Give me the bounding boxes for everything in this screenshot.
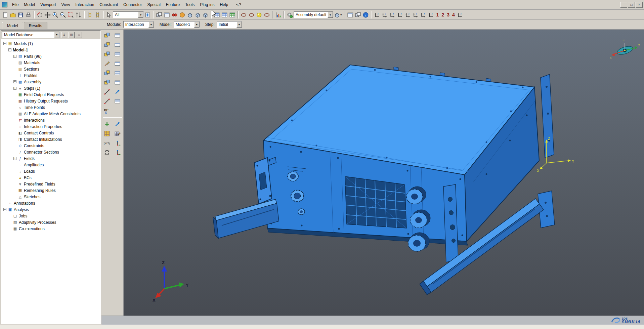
menu-special[interactable]: Special (144, 1, 163, 8)
selection-add-icon[interactable] (144, 11, 152, 19)
create-viewport-icon[interactable] (346, 11, 354, 19)
history-output-table-icon[interactable] (221, 11, 228, 19)
create-wire-feature-tool[interactable] (102, 88, 112, 96)
magnify-icon[interactable] (51, 11, 59, 19)
module-combo[interactable]: Interaction ▾ (123, 21, 154, 28)
connector-section-manager-tool[interactable] (113, 78, 122, 86)
menu-connector[interactable]: Connector (121, 1, 144, 8)
create-connector-section-tool[interactable] (102, 78, 112, 86)
tree-item-profiles[interactable]: IProfiles (2, 72, 100, 79)
select-tool-icon[interactable] (105, 11, 113, 19)
tree-item-parts-96[interactable]: +▧Parts (96) (2, 53, 100, 59)
expand-icon[interactable]: + (13, 157, 16, 160)
viewport-number-2[interactable]: 2 (441, 12, 444, 17)
tree-item-adaptivity-processes[interactable]: ▧Adaptivity Processes (2, 219, 100, 225)
tree-item-constraints[interactable]: ◇Constraints (2, 142, 100, 149)
menu-viewport[interactable]: Viewport (38, 1, 58, 8)
tree-item-jobs[interactable]: ▢Jobs (2, 213, 100, 219)
tree-item-fields[interactable]: +ƒFields (2, 155, 100, 162)
overlay-viewports-icon[interactable] (155, 11, 163, 19)
menu-feature[interactable]: Feature (163, 1, 182, 8)
tree-item-co-executions[interactable]: ▦Co-executions (2, 225, 100, 232)
datum-axis-tool[interactable] (113, 148, 122, 156)
box-zoom-icon[interactable] (67, 11, 75, 19)
view-iso-icon[interactable]: z (420, 11, 427, 19)
create-contact-initialization-tool[interactable] (102, 50, 112, 58)
contact-initialization-manager-tool[interactable] (113, 50, 122, 58)
model-combo[interactable]: Model-1 ▾ (174, 21, 200, 28)
tree-item-connector-sections[interactable]: /Connector Sections (2, 149, 100, 155)
maximize-button[interactable]: □ (628, 2, 635, 8)
tree-spin-buttons[interactable]: ⇕ (61, 32, 67, 38)
combo-arrow-icon[interactable]: ▾ (148, 22, 154, 28)
tab-model[interactable]: Model (2, 22, 23, 29)
expand-icon[interactable]: + (13, 80, 16, 83)
view-rotate3d-icon[interactable]: z (427, 11, 435, 19)
create-display-group-icon[interactable] (86, 11, 94, 19)
combo-arrow-icon[interactable]: ▾ (54, 32, 59, 38)
translate-instance-tool[interactable] (113, 120, 122, 128)
hiddenline-view-icon[interactable] (194, 11, 202, 19)
save-file-icon[interactable] (17, 11, 25, 19)
tree-item-loads[interactable]: ↓Loads (2, 168, 100, 174)
custom-views-icon[interactable]: z (456, 11, 464, 19)
dropdown-arrow-icon[interactable]: ▾ (340, 13, 342, 16)
tree-item-models-1[interactable]: −▤Models (1) (2, 40, 100, 47)
viewport-number-4[interactable]: 4 (452, 12, 455, 17)
tree-item-sections[interactable]: ▥Sections (2, 66, 100, 72)
tree-item-assembly[interactable]: +▩Assembly (2, 79, 100, 85)
view-back-icon[interactable]: z (381, 11, 389, 19)
tree-tips-button[interactable]: ☼ (76, 32, 82, 38)
tree-item-interactions[interactable]: ⇄Interactions (2, 117, 100, 123)
collapse-icon[interactable]: − (3, 208, 6, 211)
view-top-icon[interactable]: z (389, 11, 396, 19)
viewport-manager-icon[interactable] (354, 11, 362, 19)
reduce-icon[interactable] (59, 11, 67, 19)
color-code-icon[interactable] (286, 11, 294, 19)
create-datum-tool[interactable] (102, 120, 112, 128)
create-contact-control-tool[interactable] (102, 59, 112, 68)
datum-csys-tool[interactable] (113, 139, 122, 147)
beam-profile-c-icon[interactable] (263, 11, 271, 19)
menu-constraint[interactable]: Constraint (97, 1, 121, 8)
viewport-annotations-icon[interactable] (171, 11, 178, 19)
data-table-icon[interactable] (228, 11, 236, 19)
create-attachment-points-tool[interactable] (102, 97, 112, 105)
sphere-render-icon[interactable] (255, 11, 263, 19)
combo-arrow-icon[interactable]: ▾ (138, 12, 143, 18)
create-reference-point-tool[interactable]: RPX (102, 107, 112, 115)
tree-item-predefined-fields[interactable]: ▼Predefined Fields (2, 181, 100, 187)
tree-item-time-points[interactable]: ○Time Points (2, 104, 100, 111)
expand-icon[interactable]: + (13, 87, 16, 90)
viewport-number-3[interactable]: 3 (447, 12, 449, 17)
shaded-render-icon[interactable] (178, 11, 186, 19)
step-combo[interactable]: Initial ▾ (217, 21, 242, 28)
merge-wire-tool[interactable] (113, 88, 122, 96)
minimize-button[interactable]: – (620, 2, 627, 8)
context-info-icon[interactable]: i (362, 11, 370, 19)
view-bottom-icon[interactable]: z (396, 11, 404, 19)
menu-plug-ins[interactable]: Plug-ins (197, 1, 217, 8)
print-icon[interactable] (25, 11, 32, 19)
interaction-manager-tool[interactable] (113, 31, 122, 39)
tree-scope-combo[interactable]: Model Database ▾ (2, 32, 60, 38)
edit-mesh-tool[interactable] (102, 129, 112, 137)
attachment-manager-tool[interactable] (113, 97, 122, 105)
combo-arrow-icon[interactable]: ▾ (194, 22, 200, 28)
tree-item-field-output-requests[interactable]: ▦Field Output Requests (2, 91, 100, 98)
rotate-view-icon[interactable] (36, 11, 44, 19)
constraint-manager-tool[interactable] (113, 69, 122, 77)
menu-interaction[interactable]: Interaction (73, 1, 97, 8)
fit-view-icon[interactable] (75, 11, 82, 19)
tree-item-history-output-requests[interactable]: ▦History Output Requests (2, 98, 100, 104)
tree-item-model-1[interactable]: −Model-1 (2, 47, 100, 53)
view-right-icon[interactable]: z (412, 11, 420, 19)
close-button[interactable]: × (636, 2, 643, 8)
expand-icon[interactable]: + (13, 55, 16, 58)
tree-item-contact-initializations[interactable]: ◨Contact Initializations (2, 136, 100, 142)
tree-item-ale-adaptive-mesh-constraints[interactable]: ▦ALE Adaptive Mesh Constraints (2, 111, 100, 117)
interaction-property-manager-tool[interactable] (113, 41, 122, 49)
tree-item-steps-1[interactable]: +≡Steps (1) (2, 85, 100, 91)
field-output-table-icon[interactable] (213, 11, 221, 19)
color-dialog-icon[interactable] (333, 11, 341, 19)
